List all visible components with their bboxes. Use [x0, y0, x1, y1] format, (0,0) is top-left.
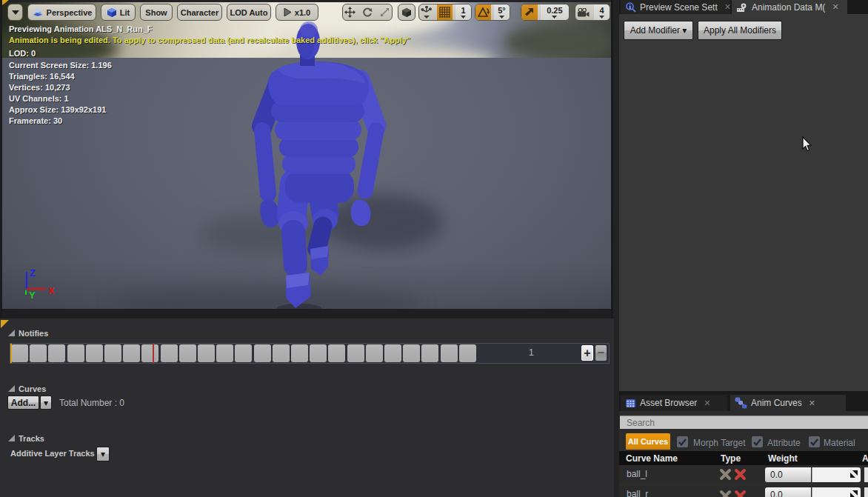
- svg-text:X: X: [48, 285, 55, 296]
- svg-text:Y: Y: [29, 290, 36, 301]
- svg-text:Z: Z: [30, 267, 36, 278]
